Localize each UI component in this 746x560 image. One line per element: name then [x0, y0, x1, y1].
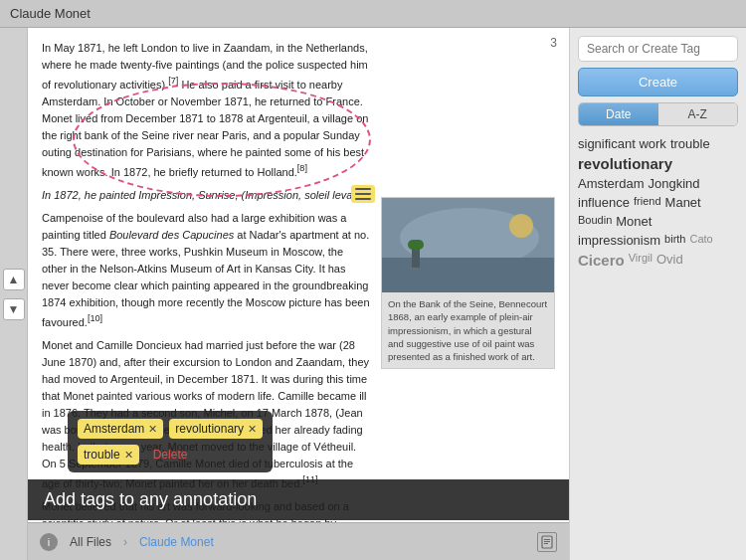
delete-link[interactable]: Delete: [153, 448, 188, 462]
tag-row-1: Amsterdam ✕ revolutionary ✕: [78, 419, 263, 439]
sidebar-tag-manet[interactable]: Manet: [665, 195, 701, 210]
bottom-bar: i All Files › Claude Monet: [28, 522, 569, 560]
document-area: 3 On the Bank of the Seine, Bennecourt 1…: [28, 28, 569, 560]
tag-row-2: trouble ✕ Delete: [78, 445, 263, 465]
sidebar-tag-cato[interactable]: Cato: [689, 233, 712, 248]
page-icon[interactable]: [537, 532, 557, 552]
tag-list: significant work trouble revolutionary A…: [578, 132, 738, 273]
separator: ›: [123, 535, 127, 549]
tag-revolutionary-remove[interactable]: ✕: [248, 423, 257, 436]
svg-rect-2: [382, 258, 554, 292]
nav-up-arrow[interactable]: ▲: [3, 269, 25, 290]
sidebar-tag-significant-work[interactable]: significant work: [578, 136, 666, 151]
document-image: On the Bank of the Seine, Bennecourt 186…: [381, 197, 555, 369]
top-bar: Claude Monet: [0, 0, 746, 28]
sidebar-tag-friend[interactable]: friend: [634, 195, 661, 210]
paragraph-2: In 1872, he painted Impression, Sunrise,…: [42, 187, 370, 204]
tag-trouble-remove[interactable]: ✕: [124, 449, 133, 462]
sort-az-tab[interactable]: A-Z: [658, 103, 738, 125]
paragraph-3: Campenoise of the boulevard also had a l…: [42, 210, 370, 331]
sidebar: Create Date A-Z significant work trouble…: [569, 28, 746, 560]
svg-rect-4: [412, 248, 420, 268]
image-caption: On the Bank of the Seine, Bennecourt 186…: [382, 292, 554, 368]
bottom-overlay-text: Add tags to any annotation: [44, 489, 257, 509]
sidebar-tag-jongkind[interactable]: Jongkind: [648, 176, 699, 191]
tag-revolutionary[interactable]: revolutionary ✕: [169, 419, 263, 439]
tag-amsterdam[interactable]: Amsterdam ✕: [78, 419, 163, 439]
sidebar-tag-ovid[interactable]: Ovid: [656, 252, 683, 269]
nav-arrows: ▲ ▼: [0, 28, 28, 560]
info-icon[interactable]: i: [40, 533, 58, 551]
tag-amsterdam-label: Amsterdam: [84, 422, 144, 436]
paragraph-1: In May 1871, he left London to live in Z…: [42, 40, 370, 181]
tag-trouble-label: trouble: [84, 448, 120, 462]
tags-overlay: Amsterdam ✕ revolutionary ✕ trouble ✕ De…: [68, 411, 273, 472]
sidebar-tag-virgil[interactable]: Virgil: [629, 252, 653, 269]
svg-point-3: [509, 214, 533, 238]
tag-amsterdam-remove[interactable]: ✕: [148, 423, 157, 436]
image-placeholder: [382, 198, 554, 292]
sidebar-tag-amsterdam[interactable]: Amsterdam: [578, 176, 644, 191]
page-number: 3: [550, 36, 557, 50]
sidebar-tag-impressionism[interactable]: impressionism: [578, 233, 660, 248]
sidebar-tag-boudin[interactable]: Boudin: [578, 214, 612, 229]
sidebar-tag-birth[interactable]: birth: [664, 233, 685, 248]
claude-monet-link[interactable]: Claude Monet: [139, 535, 214, 549]
sidebar-tag-monet[interactable]: Monet: [616, 214, 652, 229]
hamburger-icon[interactable]: [351, 185, 375, 203]
top-bar-title: Claude Monet: [10, 6, 91, 21]
sort-date-tab[interactable]: Date: [579, 103, 658, 125]
nav-down-arrow[interactable]: ▼: [3, 298, 25, 320]
sort-tabs: Date A-Z: [578, 102, 738, 126]
sidebar-tag-cicero[interactable]: Cicero: [578, 252, 625, 269]
all-files-link[interactable]: All Files: [70, 535, 111, 549]
search-input[interactable]: [578, 36, 738, 62]
tag-revolutionary-label: revolutionary: [175, 422, 244, 436]
svg-rect-5: [408, 240, 424, 250]
sidebar-tag-trouble[interactable]: trouble: [670, 136, 710, 151]
sidebar-tag-revolutionary[interactable]: revolutionary: [578, 155, 738, 172]
sidebar-tag-influence[interactable]: influence: [578, 195, 630, 210]
create-button[interactable]: Create: [578, 68, 738, 96]
bottom-overlay: Add tags to any annotation: [28, 479, 569, 520]
tag-trouble[interactable]: trouble ✕: [78, 445, 139, 465]
